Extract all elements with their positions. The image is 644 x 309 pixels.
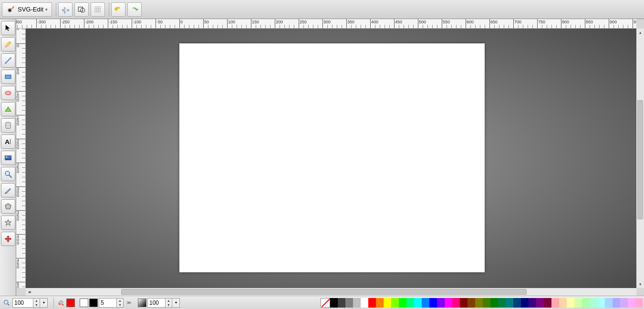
opacity-input[interactable] <box>147 298 166 308</box>
palette-swatch[interactable] <box>460 298 467 308</box>
stroke-width-spinner[interactable]: ▲▼ <box>117 298 124 308</box>
shapelib-tool[interactable] <box>1 118 15 133</box>
palette-swatch[interactable] <box>429 298 437 308</box>
horizontal-scrollbar[interactable]: ◂ ▸ <box>26 288 636 296</box>
scroll-down-icon[interactable]: ▾ <box>636 280 644 288</box>
zoom-tool[interactable] <box>1 167 15 181</box>
palette-swatch[interactable] <box>483 298 490 308</box>
palette-swatch[interactable] <box>475 298 483 308</box>
palette-swatch[interactable] <box>597 298 605 308</box>
opacity-group: ▲▼ ▾ <box>138 298 180 308</box>
scroll-right-icon[interactable]: ▸ <box>26 288 33 296</box>
palette-swatch[interactable] <box>498 298 506 308</box>
select-tool[interactable] <box>1 21 15 35</box>
palette-swatch[interactable] <box>613 298 620 308</box>
main-menu-label: SVG-Edit <box>18 6 43 13</box>
undo-button[interactable] <box>111 2 125 17</box>
palette-swatch[interactable] <box>361 298 368 308</box>
rect-tool[interactable] <box>1 70 15 84</box>
stroke-color-swatch[interactable] <box>89 299 98 307</box>
svg-point-22 <box>10 57 11 59</box>
zoom-group: ▲▼ ▾ <box>2 298 48 308</box>
palette-swatch[interactable] <box>605 298 613 308</box>
palette-swatch[interactable] <box>330 298 338 308</box>
palette-swatch[interactable] <box>467 298 475 308</box>
opacity-icon <box>138 299 146 307</box>
palette-swatch[interactable] <box>529 298 536 308</box>
eyedropper-tool[interactable] <box>1 183 15 197</box>
path-tool[interactable] <box>1 102 15 116</box>
palette-swatch[interactable] <box>399 298 406 308</box>
palette-swatch[interactable] <box>574 298 582 308</box>
line-tool[interactable] <box>1 53 15 68</box>
palette-swatch[interactable] <box>414 298 422 308</box>
opacity-spinner[interactable]: ▲▼ <box>166 298 172 308</box>
zoom-icon <box>2 298 11 308</box>
zoom-spinner[interactable]: ▲▼ <box>33 298 40 308</box>
palette-swatch[interactable] <box>620 298 628 308</box>
palette-swatch[interactable] <box>590 298 597 308</box>
palette-swatch[interactable] <box>635 298 643 308</box>
svg-rect-39 <box>7 238 9 240</box>
fill-icon <box>56 298 65 308</box>
palette-swatch[interactable] <box>437 298 445 308</box>
scroll-up-icon[interactable]: ▴ <box>636 29 644 36</box>
palette-swatch[interactable] <box>353 298 361 308</box>
fill-color-swatch[interactable] <box>66 299 75 307</box>
workarea[interactable] <box>26 29 636 288</box>
toolbar-separator <box>56 2 56 17</box>
palette-swatch[interactable] <box>452 298 460 308</box>
ellipse-tool[interactable] <box>1 86 15 100</box>
svg-point-40 <box>4 300 8 304</box>
palette-swatch[interactable] <box>376 298 384 308</box>
svg-point-32 <box>5 193 6 194</box>
redo-button[interactable] <box>127 2 142 17</box>
horizontal-scroll-thumb[interactable] <box>121 289 527 295</box>
fill-group <box>56 298 76 308</box>
stroke-width-input[interactable] <box>99 298 117 308</box>
palette-swatch[interactable] <box>551 298 559 308</box>
palette-swatch[interactable] <box>384 298 391 308</box>
image-tool[interactable] <box>1 151 15 165</box>
svg-text:A: A <box>5 138 10 145</box>
palette-swatch[interactable] <box>345 298 353 308</box>
stroke-inner-swatch <box>80 299 88 307</box>
menu-dropdown-icon: ▾ <box>45 7 48 12</box>
star-tool[interactable] <box>1 216 15 230</box>
svg-marker-35 <box>7 236 10 238</box>
svg-text:>: > <box>66 7 69 12</box>
stroke-style-button[interactable]: ≫ <box>126 300 131 305</box>
palette-swatch[interactable] <box>544 298 551 308</box>
main-menu-button[interactable]: SVG-Edit ▾ <box>2 2 52 17</box>
zoom-input[interactable] <box>12 298 33 308</box>
stroke-group: ▲▼ ≫ <box>80 298 134 308</box>
palette-swatch[interactable] <box>521 298 529 308</box>
palette-swatch[interactable] <box>445 298 452 308</box>
pan-tool[interactable] <box>1 232 15 246</box>
opacity-dropdown[interactable]: ▾ <box>172 298 180 308</box>
vertical-scrollbar[interactable]: ▴ ▾ <box>636 29 644 288</box>
palette-swatch[interactable] <box>567 298 574 308</box>
palette-swatch[interactable] <box>513 298 521 308</box>
palette-swatch[interactable] <box>536 298 544 308</box>
palette-swatch[interactable] <box>391 298 399 308</box>
vertical-scroll-thumb[interactable] <box>637 100 643 219</box>
svg-canvas[interactable] <box>179 43 485 272</box>
palette-swatch[interactable] <box>582 298 590 308</box>
zoom-dropdown[interactable]: ▾ <box>40 298 48 308</box>
palette-swatch[interactable] <box>490 298 498 308</box>
palette-swatch[interactable] <box>559 298 567 308</box>
palette-swatch[interactable] <box>506 298 513 308</box>
palette-swatch[interactable] <box>338 298 345 308</box>
show-grid-button[interactable] <box>91 2 105 17</box>
edit-source-button[interactable]: <SVG> <box>58 2 73 17</box>
polygon-tool[interactable] <box>1 199 15 214</box>
palette-swatch[interactable] <box>628 298 635 308</box>
palette-swatch[interactable] <box>368 298 376 308</box>
pencil-tool[interactable] <box>1 37 15 52</box>
palette-swatch[interactable] <box>422 298 429 308</box>
palette-none-swatch[interactable] <box>321 298 330 308</box>
palette-swatch[interactable] <box>406 298 414 308</box>
text-tool[interactable]: A <box>1 134 15 149</box>
wireframe-button[interactable] <box>74 2 89 17</box>
